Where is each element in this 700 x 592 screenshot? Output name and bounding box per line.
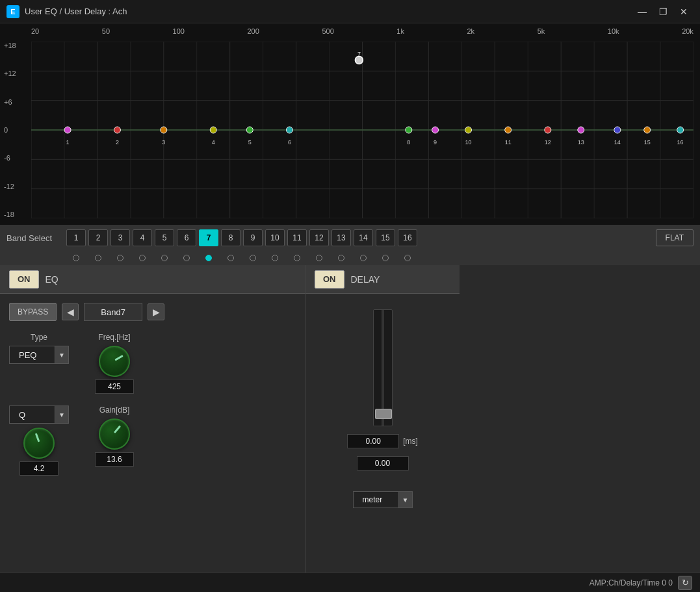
- band-prev-button[interactable]: ◀: [62, 303, 79, 320]
- q-param-group: Q ▼ 4.2: [9, 405, 69, 476]
- band-circle-12: [309, 253, 329, 263]
- band-dot-3: [117, 255, 123, 261]
- band-dot-12: [316, 255, 322, 261]
- svg-point-51: [545, 127, 551, 133]
- delay-value-1[interactable]: 0.00: [347, 434, 399, 448]
- left-panel: ON EQ BYPASS ◀ Band7 ▶ Type PEQ: [0, 265, 305, 573]
- svg-point-45: [432, 127, 439, 133]
- app-icon: E: [6, 5, 19, 18]
- eq-section-label: EQ: [45, 274, 58, 285]
- band-button-11[interactable]: 11: [287, 229, 307, 246]
- band-circle-9: [243, 253, 263, 263]
- right-panel: ON DELAY 0.00 [ms] 0.00: [305, 265, 460, 573]
- band-select-label: Band Select: [6, 233, 58, 243]
- meter-dropdown-row: meter ▼: [353, 491, 413, 508]
- type-dropdown-arrow[interactable]: ▼: [55, 346, 69, 364]
- delay-header-bar: ON DELAY: [305, 265, 460, 294]
- band-button-16[interactable]: 16: [398, 229, 417, 246]
- band-circle-10: [265, 253, 285, 263]
- band-button-15[interactable]: 15: [376, 229, 395, 246]
- title-bar: E User EQ / User Delay : Ach — ❐ ✕: [0, 0, 700, 23]
- fader-container: [373, 309, 393, 426]
- flat-button[interactable]: FLAT: [656, 229, 694, 246]
- svg-point-33: [161, 127, 167, 133]
- type-value: PEQ: [9, 346, 55, 364]
- q-value: 4.2: [19, 461, 58, 476]
- band-dot-9: [250, 255, 256, 261]
- gain-value: 13.6: [95, 452, 134, 467]
- delay-value-2[interactable]: 0.00: [357, 456, 409, 470]
- svg-text:14: 14: [614, 139, 621, 146]
- q-knob[interactable]: [23, 428, 55, 459]
- q-dropdown-arrow[interactable]: ▼: [55, 405, 69, 424]
- freq-value: 425: [95, 380, 134, 394]
- svg-text:16: 16: [677, 139, 684, 146]
- band-button-4[interactable]: 4: [133, 229, 152, 246]
- band-dot-5: [161, 255, 168, 261]
- controls-area: ON EQ BYPASS ◀ Band7 ▶ Type PEQ: [0, 265, 700, 573]
- freq-knob[interactable]: [93, 340, 136, 383]
- band-button-12[interactable]: 12: [309, 229, 329, 246]
- svg-point-39: [286, 127, 292, 133]
- eq-on-button[interactable]: ON: [9, 270, 39, 289]
- band-button-7[interactable]: 7: [199, 229, 218, 246]
- band-button-1[interactable]: 1: [66, 229, 86, 246]
- svg-point-37: [246, 127, 253, 133]
- db-label--6: -6: [4, 154, 16, 162]
- band-circle-4: [133, 253, 152, 263]
- meter-dropdown-arrow[interactable]: ▼: [398, 491, 413, 508]
- svg-text:12: 12: [545, 139, 551, 146]
- band-button-9[interactable]: 9: [243, 229, 263, 246]
- band-next-button[interactable]: ▶: [148, 303, 164, 320]
- freq-label-200: 200: [248, 27, 259, 35]
- svg-text:11: 11: [505, 139, 512, 146]
- band-circle-5: [155, 253, 174, 263]
- delay-on-button[interactable]: ON: [315, 270, 344, 289]
- band-circle-7: [199, 253, 218, 263]
- delay-controls: 0.00 [ms] 0.00 meter ▼: [305, 294, 460, 573]
- band-button-3[interactable]: 3: [110, 229, 130, 246]
- band-button-6[interactable]: 6: [177, 229, 196, 246]
- status-bar: AMP:Ch/Delay/Time 0 0 ↻: [0, 573, 700, 592]
- band-button-10[interactable]: 10: [265, 229, 285, 246]
- band-dot-14: [360, 255, 367, 261]
- q-value-label: Q: [9, 405, 55, 424]
- svg-text:4: 4: [212, 139, 215, 146]
- db-label--18: -18: [4, 211, 16, 218]
- fader-handle[interactable]: [375, 409, 392, 419]
- svg-text:7: 7: [357, 51, 361, 57]
- band-dot-6: [183, 255, 190, 261]
- minimize-button[interactable]: —: [632, 5, 652, 19]
- svg-point-43: [406, 127, 412, 133]
- band-circle-3: [110, 253, 130, 263]
- band-button-14[interactable]: 14: [354, 229, 373, 246]
- band-dot-16: [404, 255, 411, 261]
- close-button[interactable]: ✕: [674, 5, 694, 19]
- bypass-button[interactable]: BYPASS: [9, 303, 57, 321]
- band-dot-13: [338, 255, 344, 261]
- band-button-2[interactable]: 2: [88, 229, 108, 246]
- type-label: Type: [31, 333, 47, 342]
- eq-controls: BYPASS ◀ Band7 ▶ Type PEQ ▼ Fre: [0, 294, 305, 573]
- type-dropdown: PEQ ▼: [9, 346, 69, 364]
- refresh-button[interactable]: ↻: [678, 576, 692, 590]
- freq-label-20k: 20k: [682, 27, 694, 35]
- q-dropdown: Q ▼: [9, 405, 69, 424]
- freq-label-500: 500: [322, 27, 333, 35]
- band-dot-2: [95, 255, 101, 261]
- freq-label: Freq.[Hz]: [98, 333, 130, 342]
- restore-button[interactable]: ❐: [653, 5, 673, 19]
- gain-knob[interactable]: [99, 418, 130, 450]
- band-circle-15: [376, 253, 395, 263]
- svg-text:6: 6: [288, 139, 291, 146]
- band-button-13[interactable]: 13: [331, 229, 351, 246]
- main-container: 20501002005001k2k5k10k20k +18+12+60-6-12…: [0, 23, 700, 592]
- band-circle-16: [398, 253, 417, 263]
- svg-point-41: [355, 57, 363, 64]
- band-button-8[interactable]: 8: [221, 229, 240, 246]
- svg-point-57: [644, 127, 651, 133]
- band-select-row: Band Select 1 2 3 4 5 6 7 8 9 10 11 12 1…: [0, 225, 700, 251]
- type-param-group: Type PEQ ▼: [9, 333, 69, 394]
- db-label-+6: +6: [4, 98, 16, 106]
- band-button-5[interactable]: 5: [155, 229, 174, 246]
